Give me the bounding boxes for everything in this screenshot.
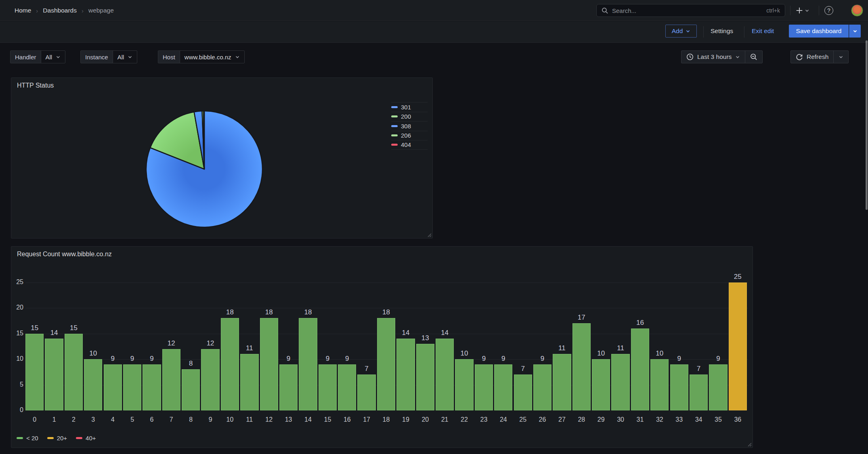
breadcrumb: Home › Dashboards › webpage [15, 0, 114, 21]
bar-legend-item[interactable]: 20+ [47, 435, 67, 441]
refresh-button[interactable]: Refresh [791, 51, 833, 63]
breadcrumb-dashboards[interactable]: Dashboards [43, 7, 77, 14]
save-dashboard-options-button[interactable] [849, 25, 861, 38]
instance-filter: Instance All [80, 50, 137, 63]
bar-24[interactable] [494, 364, 512, 410]
bar-9[interactable] [201, 349, 219, 410]
y-axis-tick-label: 15 [14, 330, 23, 337]
y-axis-tick-label: 10 [14, 355, 23, 362]
bar-value-label: 11 [553, 344, 571, 352]
bar-33[interactable] [670, 364, 688, 410]
bar-26[interactable] [533, 364, 551, 410]
bar-34[interactable] [690, 374, 708, 410]
time-range-label: Last 3 hours [697, 53, 732, 61]
chevron-down-icon [56, 54, 61, 59]
user-avatar[interactable] [851, 4, 863, 17]
bar-value-label: 11 [240, 344, 258, 352]
bar-18[interactable] [377, 318, 395, 410]
bar-20[interactable] [416, 344, 434, 410]
handler-filter-value[interactable]: All [41, 51, 65, 63]
pie-legend-item-200[interactable]: 200 [391, 112, 428, 121]
help-button[interactable]: ? [824, 4, 833, 17]
pie-legend-item-404[interactable]: 404 [391, 140, 428, 150]
handler-filter: Handler All [10, 50, 65, 63]
host-filter-value[interactable]: www.bibble.co.nz [180, 51, 244, 63]
bar-7[interactable] [162, 349, 180, 410]
bar-6[interactable] [143, 364, 161, 410]
bar-12[interactable] [260, 318, 278, 410]
bar-8[interactable] [182, 369, 200, 410]
bar-4[interactable] [104, 364, 122, 410]
bar-5[interactable] [123, 364, 141, 410]
bar-3[interactable] [84, 359, 102, 410]
bar-21[interactable] [436, 339, 454, 410]
chevron-down-icon [805, 8, 809, 13]
bar-17[interactable] [357, 374, 375, 410]
bar-29[interactable] [592, 359, 610, 410]
http-status-panel[interactable]: HTTP Status 301200308206404 [11, 77, 433, 239]
bar-19[interactable] [396, 339, 415, 410]
time-range-picker[interactable]: Last 3 hours [681, 51, 745, 63]
bar-22[interactable] [455, 359, 473, 410]
dashboard-edit-toolbar: Add Settings Exit edit Save dashboard [0, 21, 868, 43]
bar-36[interactable] [729, 282, 747, 411]
zoom-out-time-button[interactable] [745, 51, 762, 63]
search-input[interactable]: Search... ctrl+k [596, 4, 785, 17]
host-filter: Host www.bibble.co.nz [158, 50, 245, 63]
legend-swatch [76, 437, 82, 439]
bar-value-label: 14 [396, 329, 415, 337]
refresh-interval-button[interactable] [834, 51, 848, 63]
bar-14[interactable] [299, 318, 317, 410]
bar-value-label: 10 [592, 349, 610, 358]
x-axis-tick-label: 6 [143, 416, 161, 423]
bar-10[interactable] [221, 318, 239, 410]
x-axis-tick-label: 20 [416, 416, 434, 423]
panel-resize-handle[interactable] [427, 232, 432, 237]
chevron-down-icon [735, 54, 740, 59]
bar-31[interactable] [631, 328, 649, 410]
instance-filter-value[interactable]: All [113, 51, 137, 63]
page-scrollbar[interactable] [866, 40, 868, 210]
panel-resize-handle[interactable] [747, 442, 752, 447]
http-status-pie-chart[interactable] [144, 109, 265, 230]
toolbar-divider [744, 26, 744, 38]
pie-legend-item-308[interactable]: 308 [391, 121, 428, 131]
request-count-bar-chart[interactable]: 1501411521039495961278812918101111181291… [25, 247, 750, 448]
bar-legend-item[interactable]: 40+ [76, 435, 96, 441]
x-axis-tick-label: 22 [455, 416, 473, 423]
bar-legend-item[interactable]: < 20 [17, 435, 38, 441]
breadcrumb-home[interactable]: Home [15, 7, 31, 14]
pie-legend-item-206[interactable]: 206 [391, 131, 428, 140]
x-axis-tick-label: 13 [279, 416, 298, 423]
save-dashboard-button[interactable]: Save dashboard [789, 25, 849, 38]
exit-edit-button[interactable]: Exit edit [752, 25, 774, 38]
chevron-down-icon [235, 54, 240, 59]
bar-value-label: 7 [357, 365, 375, 373]
bar-27[interactable] [553, 354, 571, 410]
bar-32[interactable] [650, 359, 669, 410]
bar-28[interactable] [572, 323, 591, 410]
add-panel-button[interactable]: Add [665, 25, 697, 38]
pie-legend-item-301[interactable]: 301 [391, 102, 428, 112]
bar-1[interactable] [45, 339, 63, 410]
bar-13[interactable] [279, 364, 298, 410]
bar-0[interactable] [25, 334, 44, 411]
settings-button[interactable]: Settings [711, 25, 733, 38]
bar-2[interactable] [65, 334, 83, 411]
x-axis-tick-label: 23 [475, 416, 493, 423]
bar-25[interactable] [514, 374, 532, 410]
bar-15[interactable] [319, 364, 337, 410]
bar-16[interactable] [338, 364, 356, 410]
legend-label: 404 [401, 141, 411, 148]
bar-11[interactable] [240, 354, 258, 410]
panel-title[interactable]: HTTP Status [17, 82, 54, 89]
x-axis-tick-label: 17 [357, 416, 375, 423]
chevron-down-icon [128, 54, 132, 59]
bar-23[interactable] [475, 364, 493, 410]
x-axis-tick-label: 14 [299, 416, 317, 423]
add-new-button[interactable] [796, 4, 809, 17]
bar-35[interactable] [709, 364, 727, 410]
request-count-panel[interactable]: Request Count www.bibble.co.nz 051015202… [11, 246, 753, 448]
search-placeholder: Search... [612, 7, 763, 14]
bar-30[interactable] [611, 354, 629, 410]
